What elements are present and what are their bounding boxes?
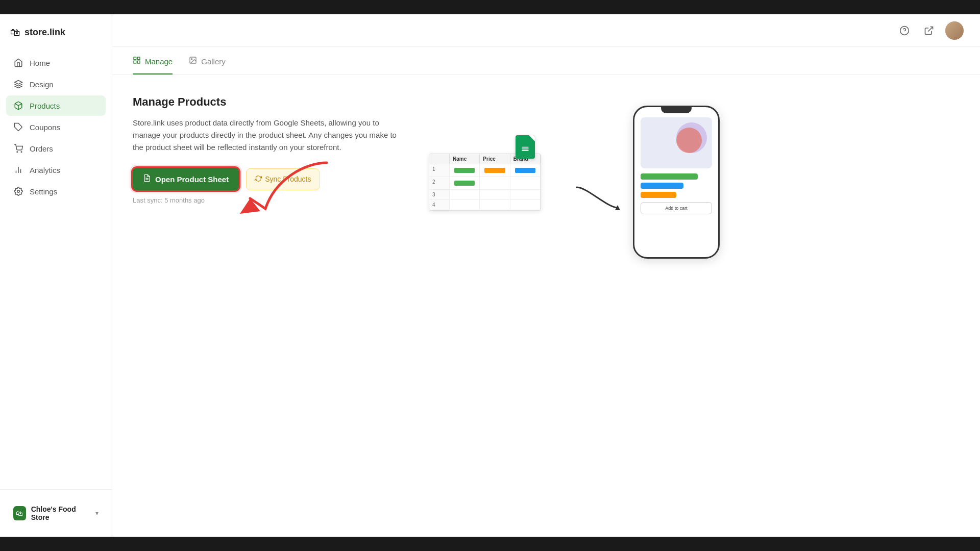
- avatar[interactable]: [945, 21, 964, 40]
- home-icon: [13, 58, 23, 68]
- settings-icon: [13, 186, 23, 196]
- page-content: Manage Products Store.link uses product …: [112, 75, 980, 537]
- sidebar-item-products[interactable]: Products: [6, 95, 106, 116]
- open-sheet-label: Open Product Sheet: [155, 175, 229, 184]
- main-content: Manage Gallery Manage Products Store.lin…: [112, 14, 980, 537]
- sidebar-item-design-label: Design: [30, 80, 54, 89]
- orders-icon: [13, 143, 23, 154]
- sidebar-item-orders-label: Orders: [30, 144, 53, 153]
- phone-mockup: Add to cart: [633, 106, 720, 259]
- store-selector[interactable]: 🛍 Chloe's Food Store ▾: [6, 500, 106, 527]
- product-bar-green: [641, 173, 698, 180]
- svg-line-10: [928, 27, 933, 31]
- bottom-bar: [0, 537, 980, 551]
- button-row: Open Product Sheet Sync Products: [133, 168, 398, 190]
- sidebar-item-settings-label: Settings: [30, 187, 57, 196]
- tab-gallery-label: Gallery: [201, 57, 226, 66]
- svg-rect-19: [522, 147, 528, 148]
- tab-manage-label: Manage: [145, 57, 173, 66]
- svg-point-7: [17, 190, 20, 193]
- sidebar-nav: Home Design Products Coupons: [0, 53, 112, 489]
- curved-arrow-icon: [572, 177, 623, 218]
- product-bar-blue: [641, 183, 683, 189]
- table-row: 3: [429, 190, 541, 200]
- gallery-tab-icon: [189, 56, 197, 66]
- main-header: Manage Gallery: [112, 47, 980, 75]
- illustration-row: Name Price Brand 1 2: [429, 106, 720, 259]
- svg-rect-13: [134, 61, 136, 63]
- top-bar: [0, 0, 980, 14]
- logo-text: store.link: [24, 27, 65, 38]
- svg-rect-12: [137, 57, 140, 60]
- sidebar-item-coupons[interactable]: Coupons: [6, 117, 106, 137]
- decorative-circle-2: [676, 128, 702, 153]
- sidebar-item-settings[interactable]: Settings: [6, 181, 106, 202]
- sidebar-item-coupons-label: Coupons: [30, 123, 60, 132]
- sidebar-item-design[interactable]: Design: [6, 74, 106, 94]
- products-icon: [13, 101, 23, 111]
- sidebar-item-products-label: Products: [30, 102, 60, 110]
- design-icon: [13, 79, 23, 89]
- sync-icon: [255, 175, 262, 184]
- sidebar-footer: 🛍 Chloe's Food Store ▾: [0, 489, 112, 537]
- content-left: Manage Products Store.link uses product …: [133, 95, 398, 204]
- svg-rect-20: [522, 148, 528, 149]
- google-sheets-icon: [516, 135, 535, 159]
- sidebar-item-home[interactable]: Home: [6, 53, 106, 73]
- page-title: Manage Products: [133, 95, 398, 109]
- sync-products-button[interactable]: Sync Products: [246, 168, 320, 190]
- svg-point-2: [17, 152, 18, 153]
- store-name: Chloe's Food Store: [31, 505, 88, 521]
- svg-point-3: [21, 152, 22, 153]
- product-bar-orange: [641, 192, 676, 198]
- coupons-icon: [13, 122, 23, 132]
- sidebar-item-analytics-label: Analytics: [30, 166, 60, 174]
- sidebar-item-analytics[interactable]: Analytics: [6, 160, 106, 180]
- tab-gallery[interactable]: Gallery: [189, 47, 226, 74]
- external-link-icon[interactable]: [921, 22, 937, 39]
- svg-rect-14: [137, 61, 140, 63]
- svg-rect-11: [134, 57, 136, 60]
- logo[interactable]: 🛍 store.link: [0, 14, 112, 53]
- table-row: 1: [429, 164, 541, 177]
- tabs: Manage Gallery: [112, 47, 980, 74]
- svg-point-16: [191, 59, 192, 60]
- logo-icon: 🛍: [10, 27, 20, 38]
- store-icon: 🛍: [13, 506, 26, 520]
- sidebar-item-home-label: Home: [30, 59, 50, 67]
- table-row: 4: [429, 200, 541, 210]
- page-description: Store.link uses product data directly fr…: [133, 117, 398, 154]
- sidebar-item-orders[interactable]: Orders: [6, 138, 106, 159]
- tab-manage[interactable]: Manage: [133, 47, 173, 74]
- help-icon[interactable]: [896, 22, 913, 39]
- phone-notch: [661, 107, 692, 113]
- analytics-icon: [13, 165, 23, 175]
- sync-products-label: Sync Products: [265, 175, 311, 183]
- add-to-cart-button: Add to cart: [641, 202, 712, 214]
- chevron-down-icon: ▾: [95, 510, 99, 517]
- product-image: [641, 117, 712, 168]
- illustration: Name Price Brand 1 2: [429, 106, 720, 259]
- svg-rect-21: [522, 150, 528, 151]
- sheet-icon: [143, 174, 151, 184]
- top-header: [112, 14, 980, 47]
- last-sync-text: Last sync: 5 months ago: [133, 196, 398, 204]
- spreadsheet-card: Name Price Brand 1 2: [429, 154, 541, 211]
- phone-content: Add to cart: [634, 117, 718, 214]
- sidebar: 🛍 store.link Home Design Products: [0, 14, 112, 537]
- open-product-sheet-button[interactable]: Open Product Sheet: [133, 168, 239, 190]
- manage-tab-icon: [133, 56, 141, 66]
- table-row: 2: [429, 177, 541, 190]
